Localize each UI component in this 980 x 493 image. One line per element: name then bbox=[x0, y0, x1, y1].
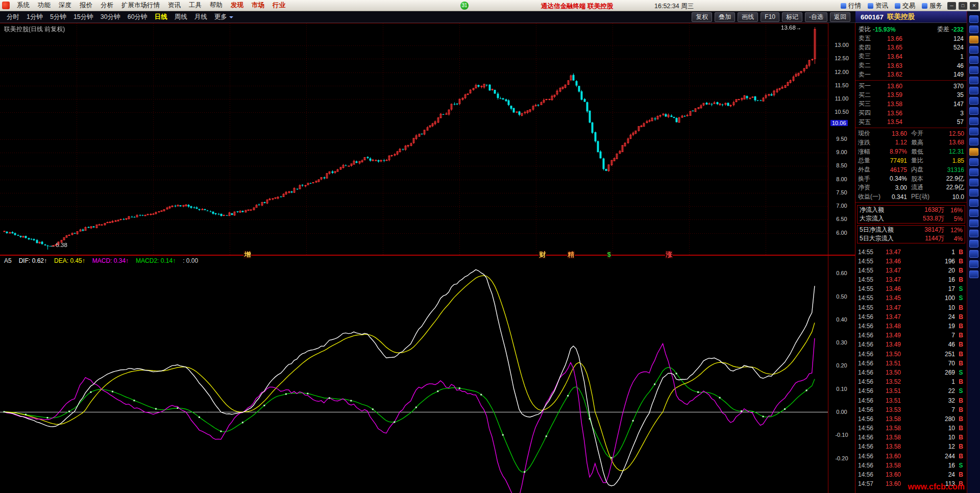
period-tab[interactable]: 更多 bbox=[211, 13, 237, 21]
separator bbox=[855, 80, 967, 81]
event-marker[interactable]: $ bbox=[607, 251, 611, 259]
rail-tool-icon[interactable] bbox=[969, 240, 978, 248]
event-marker[interactable]: 增 bbox=[243, 251, 251, 259]
message-count-badge[interactable]: 31 bbox=[460, 2, 469, 10]
rail-tool-icon[interactable] bbox=[969, 209, 978, 217]
flow-label: 5日大宗流入 bbox=[860, 234, 894, 243]
rail-tool-icon[interactable] bbox=[969, 87, 978, 94]
toolbar-button[interactable]: F10 bbox=[761, 12, 779, 22]
period-tab[interactable]: 日线 bbox=[151, 13, 171, 21]
period-tab[interactable]: 60分钟 bbox=[124, 13, 151, 21]
ask-row: 卖一13.62149 bbox=[855, 70, 967, 79]
rail-tool-icon[interactable] bbox=[969, 77, 978, 84]
rail-tool-icon[interactable] bbox=[969, 117, 978, 125]
rail-tool-icon[interactable] bbox=[969, 230, 978, 237]
menu-item[interactable]: 报价 bbox=[76, 1, 96, 10]
flow-label: 净流入额 bbox=[860, 206, 884, 214]
rail-tool-icon[interactable] bbox=[969, 219, 978, 227]
menu-item[interactable]: 扩展市场行情 bbox=[117, 1, 164, 10]
tick-row: 14:5513.4716B bbox=[855, 275, 967, 284]
period-tab[interactable]: 5分钟 bbox=[46, 13, 70, 21]
menu-item[interactable]: 深度 bbox=[55, 1, 76, 10]
stats-row: 涨幅8.97%最低12.31 bbox=[855, 147, 967, 156]
menu-item[interactable]: 资讯 bbox=[164, 1, 185, 10]
tick-volume: 10 bbox=[901, 434, 958, 441]
candlestick-chart-area[interactable] bbox=[0, 23, 828, 255]
rail-tool-icon[interactable] bbox=[969, 199, 978, 207]
event-marker[interactable]: 涨 bbox=[665, 251, 673, 259]
maximize-button[interactable]: □ bbox=[959, 2, 967, 10]
rail-tool-icon[interactable] bbox=[969, 138, 978, 145]
indicator-tick: 0.60 bbox=[828, 270, 855, 276]
event-marker[interactable]: 精 bbox=[567, 251, 575, 259]
period-tab[interactable]: 30分钟 bbox=[97, 13, 124, 21]
period-tab[interactable]: 周线 bbox=[171, 13, 191, 21]
period-tab[interactable]: 1分钟 bbox=[23, 13, 46, 21]
macd-canvas[interactable] bbox=[0, 268, 828, 493]
price-tick: 7.50 bbox=[828, 189, 855, 195]
period-tab[interactable]: 分时 bbox=[3, 13, 23, 21]
top-tab[interactable]: 资讯 bbox=[865, 2, 891, 10]
rail-tool-icon[interactable] bbox=[969, 168, 978, 176]
tdx-terminal-window: 系统功能深度报价分析扩展市场行情资讯工具帮助发现市场行业 31 通达信金融终端 … bbox=[0, 0, 980, 493]
indicator-value: : 0.00 bbox=[183, 257, 198, 264]
rail-tool-icon[interactable] bbox=[969, 107, 978, 115]
period-tab[interactable]: 月线 bbox=[191, 13, 211, 21]
ask-row: 卖二13.6346 bbox=[855, 61, 967, 70]
price-tick: 8.50 bbox=[828, 162, 855, 168]
menu-item[interactable]: 工具 bbox=[185, 1, 206, 10]
rail-tool-icon[interactable] bbox=[969, 46, 978, 54]
menu-item[interactable]: 分析 bbox=[96, 1, 117, 10]
top-tab[interactable]: 交易 bbox=[892, 2, 918, 10]
period-tab[interactable]: 15分钟 bbox=[70, 13, 97, 21]
menu-item[interactable]: 帮助 bbox=[206, 1, 227, 10]
minimize-button[interactable]: ─ bbox=[947, 2, 956, 10]
toolbar-button[interactable]: 标记 bbox=[782, 12, 802, 22]
tick-flag: B bbox=[958, 258, 964, 265]
rail-tool-icon[interactable] bbox=[969, 179, 978, 186]
tick-volume: 16 bbox=[901, 276, 958, 283]
event-marker[interactable]: 财 bbox=[538, 251, 546, 259]
tick-volume: 269 bbox=[901, 369, 958, 376]
rail-tool-icon[interactable] bbox=[969, 56, 978, 64]
top-tab[interactable]: 服务 bbox=[919, 2, 945, 10]
toolbar-button[interactable]: -自选 bbox=[805, 12, 827, 22]
top-tab[interactable]: 行情 bbox=[838, 2, 864, 10]
close-button[interactable]: ✕ bbox=[970, 2, 978, 10]
menu-item[interactable]: 功能 bbox=[34, 1, 55, 10]
rail-tool-icon[interactable] bbox=[969, 26, 978, 33]
toolbar-button[interactable]: 叠加 bbox=[715, 12, 735, 22]
rail-tool-icon[interactable] bbox=[969, 270, 978, 278]
rail-tool-icon[interactable] bbox=[969, 189, 978, 196]
tick-flag: B bbox=[958, 323, 964, 330]
menu-item[interactable]: 系统 bbox=[13, 1, 34, 10]
rail-tool-icon[interactable] bbox=[969, 15, 978, 23]
rail-tool-icon[interactable] bbox=[969, 250, 978, 258]
hot-menu-item[interactable]: 市场 bbox=[248, 1, 268, 10]
rail-tool-icon[interactable] bbox=[969, 36, 978, 43]
toolbar-button[interactable]: 画线 bbox=[738, 12, 758, 22]
tick-list[interactable]: 14:5513.471B14:5513.46196B14:5513.4720B1… bbox=[855, 247, 967, 493]
topbar-right: 行情资讯交易服务─□✕ bbox=[838, 0, 978, 11]
tick-time: 14:56 bbox=[858, 471, 878, 478]
toolbar-button[interactable]: 返回 bbox=[830, 12, 850, 22]
indicator-tick: 0.40 bbox=[828, 316, 855, 323]
candlestick-canvas[interactable] bbox=[0, 23, 828, 255]
rail-tool-icon[interactable] bbox=[969, 66, 978, 74]
stat-value: 12.31 bbox=[936, 148, 964, 155]
tick-volume: 1 bbox=[901, 249, 958, 256]
rail-tool-icon[interactable] bbox=[969, 158, 978, 166]
hot-menu-item[interactable]: 行业 bbox=[268, 1, 289, 10]
flow-value: 533.8万 bbox=[923, 214, 944, 223]
hot-menu-item[interactable]: 发现 bbox=[227, 1, 248, 10]
bid-row: 买三13.58147 bbox=[855, 100, 967, 109]
indicator-tick: 0.30 bbox=[828, 339, 855, 346]
clock: 16:52:34 周三 bbox=[654, 2, 694, 11]
rail-tool-icon[interactable] bbox=[969, 260, 978, 268]
tick-flag: B bbox=[958, 276, 964, 283]
rail-tool-icon[interactable] bbox=[969, 148, 978, 156]
app-logo-icon[interactable] bbox=[2, 2, 10, 9]
rail-tool-icon[interactable] bbox=[969, 128, 978, 135]
toolbar-button[interactable]: 复权 bbox=[692, 12, 712, 22]
rail-tool-icon[interactable] bbox=[969, 97, 978, 105]
